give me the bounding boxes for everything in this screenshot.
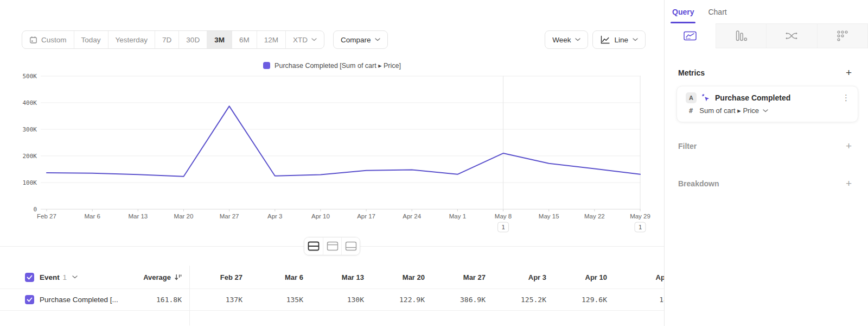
range-xtd[interactable]: XTD [286, 31, 324, 48]
table-cell: 129.6K [554, 296, 615, 304]
event-count: 1 [63, 273, 67, 281]
event-header-cell[interactable]: Event 1 [0, 273, 138, 282]
row-checkbox[interactable] [25, 295, 34, 304]
svg-text:Mar 6: Mar 6 [84, 213, 100, 220]
chart-type-label: Line [614, 36, 628, 44]
aggregation-selector[interactable]: Sum of cart ▸ Price [699, 106, 768, 115]
column-header[interactable]: Feb 27 [189, 273, 250, 281]
range-label: 7D [162, 36, 171, 44]
metrics-section-header: Metrics + [678, 67, 852, 78]
layout-chart-view-button[interactable] [323, 237, 341, 255]
table-cell: 125.2K [493, 296, 554, 304]
range-group: CustomTodayYesterday7D30D3M6M12MXTD [22, 30, 324, 49]
flows-icon [785, 30, 798, 42]
breakdown-title: Breakdown [678, 179, 719, 188]
column-header[interactable]: Mar 20 [372, 273, 432, 281]
add-metric-button[interactable]: + [846, 67, 852, 78]
column-header[interactable]: Mar 27 [432, 273, 493, 281]
layout-toggle-row [0, 236, 664, 256]
range-3m[interactable]: 3M [207, 31, 232, 48]
view-tab-insights[interactable] [665, 23, 716, 48]
view-tabs [665, 23, 868, 48]
date-values: 137K135K130K122.9K386.9K125.2K129.6K14 [189, 296, 664, 304]
tab-chart[interactable]: Chart [708, 0, 726, 23]
annotation-badge[interactable]: 1 [498, 222, 509, 232]
range-label: Custom [41, 36, 67, 44]
view-tab-flows[interactable] [766, 23, 818, 48]
breakdown-table: Event 1 Average Feb 27Mar 6Mar 13Mar 20M… [0, 266, 664, 311]
layout-toggle-group [304, 237, 360, 255]
granularity-button[interactable]: Week [545, 30, 588, 49]
chevron-down-icon [633, 38, 638, 41]
metric-letter-badge: A [686, 92, 697, 103]
average-header-label: Average [143, 273, 171, 281]
line-chart[interactable]: 0100K200K300K400K500KFeb 27Mar 6Mar 13Ma… [0, 70, 664, 233]
svg-text:Apr 17: Apr 17 [357, 213, 375, 220]
numeric-aggregation-icon: # [689, 107, 693, 115]
average-value: 161.8K [138, 296, 189, 304]
check-icon [27, 275, 33, 280]
compare-button[interactable]: Compare [333, 30, 388, 49]
panel-tabs: Query Chart [665, 0, 868, 23]
range-30d[interactable]: 30D [179, 31, 207, 48]
add-breakdown-button[interactable]: + [846, 178, 852, 189]
event-icon [701, 93, 710, 102]
svg-text:May 8: May 8 [495, 213, 512, 220]
legend-swatch [263, 62, 270, 69]
range-label: 30D [186, 36, 200, 44]
layout-split-view-button[interactable] [304, 237, 323, 255]
layout-table-view-button[interactable] [341, 237, 360, 255]
svg-text:1: 1 [501, 224, 505, 231]
line-chart-icon [600, 35, 610, 44]
view-tab-funnels[interactable] [716, 23, 767, 48]
insights-icon [683, 30, 697, 42]
chevron-down-icon [311, 38, 317, 41]
table-header-row: Event 1 Average Feb 27Mar 6Mar 13Mar 20M… [0, 266, 664, 289]
tab-query[interactable]: Query [672, 0, 694, 23]
range-12m[interactable]: 12M [257, 31, 286, 48]
metric-event-name: Purchase Completed [715, 93, 837, 102]
chart-area: 0100K200K300K400K500KFeb 27Mar 6Mar 13Ma… [0, 70, 664, 233]
select-all-checkbox[interactable] [25, 273, 34, 282]
table-cell: 135K [250, 296, 311, 304]
calendar-icon [29, 36, 37, 44]
view-tab-retention[interactable] [817, 23, 868, 48]
svg-text:Mar 13: Mar 13 [128, 213, 148, 220]
event-name-cell[interactable]: Purchase Completed [... [0, 295, 138, 304]
chart-type-button[interactable]: Line [592, 30, 646, 49]
metric-menu-button[interactable]: ⋮ [842, 93, 850, 103]
layout-icon [307, 240, 320, 252]
chevron-down-icon [375, 38, 380, 41]
filter-title: Filter [678, 142, 697, 151]
column-header[interactable]: Mar 6 [250, 273, 311, 281]
range-7d[interactable]: 7D [155, 31, 179, 48]
average-header-cell[interactable]: Average [138, 273, 189, 281]
column-header[interactable]: Apr 3 [493, 273, 554, 281]
column-header[interactable]: Mar 13 [311, 273, 372, 281]
sort-icon [175, 274, 182, 281]
metrics-title: Metrics [678, 68, 705, 77]
chart-legend[interactable]: Purchase Completed [Sum of cart ▸ Price] [0, 61, 664, 70]
annotation-badge[interactable]: 1 [635, 222, 646, 232]
range-yesterday[interactable]: Yesterday [108, 31, 156, 48]
range-label: 3M [214, 36, 225, 44]
range-label: 6M [239, 36, 250, 44]
svg-text:May 15: May 15 [539, 213, 559, 220]
legend-label: Purchase Completed [Sum of cart ▸ Price] [275, 61, 401, 70]
column-header[interactable]: Apr 10 [554, 273, 615, 281]
range-label: Yesterday [116, 36, 148, 44]
svg-text:Mar 20: Mar 20 [174, 213, 194, 220]
series-line [47, 106, 640, 176]
add-filter-button[interactable]: + [846, 141, 852, 151]
range-today[interactable]: Today [74, 31, 108, 48]
column-divider [189, 266, 190, 325]
breakdown-section-header: Breakdown + [678, 178, 852, 189]
range-custom[interactable]: Custom [22, 31, 74, 48]
column-header[interactable]: Apr [615, 273, 664, 281]
table-cell: 137K [189, 296, 250, 304]
metric-card[interactable]: A Purchase Completed ⋮ # Sum of cart ▸ P… [676, 86, 858, 122]
svg-text:Mar 27: Mar 27 [220, 213, 239, 220]
range-6m[interactable]: 6M [232, 31, 257, 48]
svg-text:Feb 27: Feb 27 [37, 213, 56, 220]
table-cell: 122.9K [372, 296, 432, 304]
